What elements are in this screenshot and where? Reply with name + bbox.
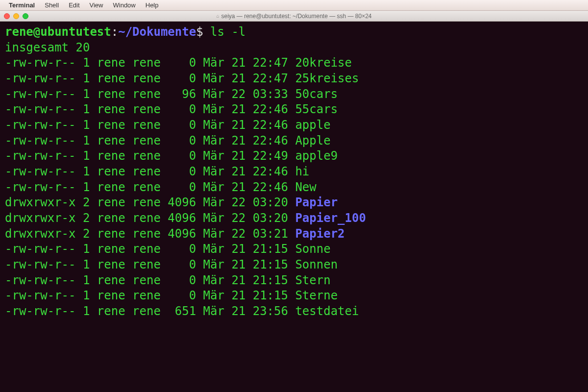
- prompt-userhost: rene@ubuntutest: [5, 25, 111, 39]
- menu-shell[interactable]: Shell: [40, 1, 64, 9]
- command-text: ls -l: [210, 25, 245, 39]
- menu-help[interactable]: Help: [141, 1, 164, 9]
- minimize-button[interactable]: [13, 13, 19, 19]
- total-line: insgesamt 20: [5, 40, 583, 56]
- prompt-line: rene@ubuntutest:~/Dokumente$ ls -l: [5, 24, 583, 40]
- file-name: 55cars: [295, 102, 338, 116]
- maximize-button[interactable]: [23, 13, 28, 19]
- list-item: -rw-rw-r-- 1 rene rene 96 Mär 22 03:33 5…: [5, 87, 583, 102]
- directory-name: Papier: [295, 196, 338, 209]
- file-name: Sterne: [295, 289, 338, 302]
- menu-terminal[interactable]: Terminal: [4, 1, 40, 9]
- ls-columns: drwxrwxr-x 2 rene rene 4096 Mär 22 03:21: [5, 227, 295, 241]
- list-item: -rw-rw-r-- 1 rene rene 0 Mär 21 22:46 55…: [5, 102, 583, 118]
- ls-columns: -rw-rw-r-- 1 rene rene 0 Mär 21 22:46: [5, 180, 295, 194]
- list-item: drwxrwxr-x 2 rene rene 4096 Mär 22 03:20…: [5, 195, 583, 211]
- menu-view[interactable]: View: [85, 1, 108, 9]
- file-name: hi: [295, 165, 309, 178]
- ls-columns: -rw-rw-r-- 1 rene rene 96 Mär 22 03:33: [5, 87, 295, 101]
- ls-columns: -rw-rw-r-- 1 rene rene 651 Mär 21 23:56: [5, 304, 295, 318]
- ls-columns: -rw-rw-r-- 1 rene rene 0 Mär 21 21:15: [5, 273, 295, 287]
- prompt-path: ~/Dokumente: [118, 25, 196, 39]
- list-item: -rw-rw-r-- 1 rene rene 651 Mär 21 23:56 …: [5, 304, 583, 319]
- ls-columns: -rw-rw-r-- 1 rene rene 0 Mär 21 22:47: [5, 56, 295, 70]
- window-title: ⌂ seiya — rene@ubuntutest: ~/Dokumente —…: [216, 13, 371, 20]
- list-item: -rw-rw-r-- 1 rene rene 0 Mär 21 22:49 ap…: [5, 148, 583, 164]
- file-name: Apple: [295, 134, 330, 147]
- file-name: Sonnen: [295, 258, 338, 271]
- list-item: -rw-rw-r-- 1 rene rene 0 Mär 21 22:47 20…: [5, 55, 583, 71]
- ls-columns: drwxrwxr-x 2 rene rene 4096 Mär 22 03:20: [5, 211, 295, 225]
- ls-columns: -rw-rw-r-- 1 rene rene 0 Mär 21 22:49: [5, 149, 295, 163]
- ls-columns: -rw-rw-r-- 1 rene rene 0 Mär 21 22:46: [5, 165, 295, 178]
- ls-columns: drwxrwxr-x 2 rene rene 4096 Mär 22 03:20: [5, 196, 295, 209]
- list-item: -rw-rw-r-- 1 rene rene 0 Mär 21 22:46 ap…: [5, 118, 583, 133]
- ls-columns: -rw-rw-r-- 1 rene rene 0 Mär 21 22:47: [5, 72, 295, 85]
- ls-columns: -rw-rw-r-- 1 rene rene 0 Mär 21 21:15: [5, 242, 295, 256]
- list-item: -rw-rw-r-- 1 rene rene 0 Mär 21 22:46 hi: [5, 164, 583, 180]
- ls-columns: -rw-rw-r-- 1 rene rene 0 Mär 21 21:15: [5, 258, 295, 271]
- window-titlebar: ⌂ seiya — rene@ubuntutest: ~/Dokumente —…: [0, 11, 588, 22]
- file-name: testdatei: [295, 304, 359, 318]
- ls-columns: -rw-rw-r-- 1 rene rene 0 Mär 21 22:46: [5, 102, 295, 116]
- list-item: -rw-rw-r-- 1 rene rene 0 Mär 21 22:47 25…: [5, 71, 583, 87]
- list-item: -rw-rw-r-- 1 rene rene 0 Mär 21 21:15 St…: [5, 288, 583, 304]
- list-item: -rw-rw-r-- 1 rene rene 0 Mär 21 22:46 Ne…: [5, 180, 583, 196]
- list-item: -rw-rw-r-- 1 rene rene 0 Mär 21 21:15 St…: [5, 273, 583, 289]
- menu-edit[interactable]: Edit: [64, 1, 84, 9]
- file-name: 50cars: [295, 87, 338, 101]
- menubar: Terminal Shell Edit View Window Help: [0, 0, 588, 11]
- terminal-output[interactable]: rene@ubuntutest:~/Dokumente$ ls -l insge…: [0, 22, 588, 392]
- traffic-lights: [4, 13, 28, 19]
- list-item: -rw-rw-r-- 1 rene rene 0 Mär 21 21:15 So…: [5, 242, 583, 257]
- close-button[interactable]: [4, 13, 10, 19]
- prompt-colon: :: [111, 25, 118, 39]
- ls-columns: -rw-rw-r-- 1 rene rene 0 Mär 21 22:46: [5, 118, 295, 132]
- ls-columns: -rw-rw-r-- 1 rene rene 0 Mär 21 22:46: [5, 134, 295, 147]
- file-name: apple9: [295, 149, 338, 163]
- ls-output: -rw-rw-r-- 1 rene rene 0 Mär 21 22:47 20…: [5, 55, 583, 319]
- window-title-text: seiya — rene@ubuntutest: ~/Dokumente — s…: [221, 13, 372, 20]
- list-item: drwxrwxr-x 2 rene rene 4096 Mär 22 03:20…: [5, 211, 583, 226]
- home-icon: ⌂: [216, 13, 219, 19]
- prompt-dollar: $: [196, 25, 203, 39]
- directory-name: Papier2: [295, 227, 344, 241]
- file-name: apple: [295, 118, 330, 132]
- menu-window[interactable]: Window: [108, 1, 141, 9]
- file-name: 20kreise: [295, 56, 352, 70]
- file-name: New: [295, 180, 316, 194]
- file-name: Sonne: [295, 242, 330, 256]
- list-item: drwxrwxr-x 2 rene rene 4096 Mär 22 03:21…: [5, 226, 583, 242]
- list-item: -rw-rw-r-- 1 rene rene 0 Mär 21 21:15 So…: [5, 257, 583, 273]
- file-name: 25kreises: [295, 72, 359, 85]
- ls-columns: -rw-rw-r-- 1 rene rene 0 Mär 21 21:15: [5, 289, 295, 302]
- file-name: Stern: [295, 273, 330, 287]
- directory-name: Papier_100: [295, 211, 366, 225]
- list-item: -rw-rw-r-- 1 rene rene 0 Mär 21 22:46 Ap…: [5, 133, 583, 149]
